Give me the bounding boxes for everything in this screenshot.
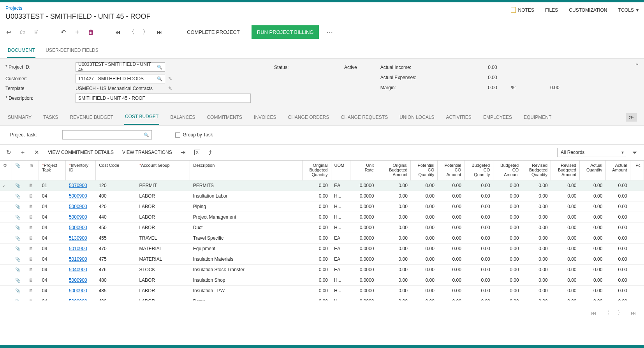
- cell-act-amt[interactable]: 0.00: [605, 296, 630, 300]
- attach-icon[interactable]: 📎: [15, 299, 21, 301]
- cell-act-amt[interactable]: 0.00: [605, 222, 630, 233]
- col-bud-co-qty[interactable]: Budgeted CO Quantity: [465, 161, 493, 180]
- cell-pot-co-qty[interactable]: 0.00: [411, 275, 438, 285]
- files-button[interactable]: FILES: [545, 7, 558, 13]
- attach-icon[interactable]: 📎: [15, 183, 21, 188]
- run-project-billing-button[interactable]: RUN PROJECT BILLING: [252, 25, 319, 39]
- cell-description[interactable]: Insulation - PW: [190, 285, 302, 296]
- cell-unit-rate[interactable]: 0.0000: [350, 243, 377, 254]
- table-row[interactable]: 📎🗎045000900480LABORInsulation Shop0.00H.…: [0, 275, 644, 285]
- cell-inventory-id[interactable]: 5000900: [66, 285, 96, 296]
- cell-uom[interactable]: H...: [331, 222, 350, 233]
- sub-tab-cost-budget[interactable]: COST BUDGET: [124, 109, 159, 125]
- refresh-icon[interactable]: ↻: [6, 149, 11, 156]
- cell-act-amt[interactable]: 0.00: [605, 180, 630, 191]
- cell-project-task[interactable]: 04: [39, 296, 66, 300]
- cell-orig-qty[interactable]: 0.00: [302, 243, 331, 254]
- cell-act-qty[interactable]: 0.00: [580, 233, 606, 243]
- cell-bud-co-qty[interactable]: 0.00: [465, 212, 493, 222]
- cell-act-amt[interactable]: 0.00: [605, 285, 630, 296]
- cell-unit-rate[interactable]: 0.0000: [350, 212, 377, 222]
- cell-pot-co-qty[interactable]: 0.00: [411, 254, 438, 264]
- customization-button[interactable]: CUSTOMIZATION: [569, 7, 607, 13]
- cell-inventory-id[interactable]: 5010900: [66, 243, 96, 254]
- cell-orig-qty[interactable]: 0.00: [302, 233, 331, 243]
- cell-cost-code[interactable]: 440: [96, 212, 136, 222]
- cell-pct[interactable]: [630, 264, 644, 275]
- cell-pot-co-amt[interactable]: 0.00: [438, 222, 465, 233]
- cell-account-group[interactable]: LABOR: [136, 285, 190, 296]
- cell-bud-co-amt[interactable]: 0.00: [493, 191, 522, 201]
- cell-cost-code[interactable]: 450: [96, 222, 136, 233]
- cost-budget-grid[interactable]: ⚙ 📎 🗎 *Project Task *Inventory ID Cost C…: [0, 161, 644, 300]
- cell-uom[interactable]: H...: [331, 275, 350, 285]
- sub-tab-commitments[interactable]: COMMITMENTS: [206, 110, 243, 125]
- attach-icon[interactable]: 📎: [15, 288, 21, 293]
- cell-act-qty[interactable]: 0.00: [580, 285, 606, 296]
- search-icon[interactable]: 🔍: [144, 132, 149, 138]
- table-row[interactable]: 📎🗎045130900455TRAVELTravel Specific0.00E…: [0, 233, 644, 243]
- cell-bud-co-amt[interactable]: 0.00: [493, 233, 522, 243]
- filter-icon[interactable]: ⏷: [632, 149, 638, 156]
- cell-orig-qty[interactable]: 0.00: [302, 275, 331, 285]
- attach-icon[interactable]: 📎: [15, 257, 21, 261]
- cell-pct[interactable]: [630, 285, 644, 296]
- cell-pot-co-amt[interactable]: 0.00: [438, 285, 465, 296]
- cell-inventory-id[interactable]: 5000900: [66, 296, 96, 300]
- cell-orig-amt[interactable]: 0.00: [377, 212, 410, 222]
- cell-pot-co-amt[interactable]: 0.00: [438, 180, 465, 191]
- col-pot-co-amt[interactable]: Potential CO Amount: [438, 161, 465, 180]
- col-uom[interactable]: UOM: [331, 161, 350, 180]
- cell-rev-amt[interactable]: 0.00: [551, 275, 580, 285]
- cell-cost-code[interactable]: 480: [96, 275, 136, 285]
- cell-rev-qty[interactable]: 0.00: [522, 201, 551, 212]
- cell-orig-amt[interactable]: 0.00: [377, 254, 410, 264]
- cell-orig-qty[interactable]: 0.00: [302, 201, 331, 212]
- cell-cost-code[interactable]: 490: [96, 296, 136, 300]
- cell-pct[interactable]: [630, 191, 644, 201]
- table-row[interactable]: 📎🗎045010900470MATERIALEquipment0.00EA0.0…: [0, 243, 644, 254]
- grid-horizontal-scrollbar[interactable]: [0, 300, 644, 307]
- view-commitment-details-button[interactable]: VIEW COMMITMENT DETAILS: [48, 150, 114, 155]
- cell-act-qty[interactable]: 0.00: [580, 243, 606, 254]
- doc-icon[interactable]: 🗎: [29, 214, 33, 220]
- cell-unit-rate[interactable]: 0.0000: [350, 264, 377, 275]
- group-by-task-checkbox[interactable]: [175, 132, 180, 138]
- cell-rev-qty[interactable]: 0.00: [522, 254, 551, 264]
- cell-orig-amt[interactable]: 0.00: [377, 222, 410, 233]
- cell-rev-qty[interactable]: 0.00: [522, 180, 551, 191]
- doc-icon[interactable]: 🗎: [29, 267, 33, 272]
- page-last-icon[interactable]: ⏭: [631, 310, 636, 316]
- sub-tab-activities[interactable]: ACTIVITIES: [445, 110, 472, 125]
- cell-rev-qty[interactable]: 0.00: [522, 212, 551, 222]
- cell-description[interactable]: Duct: [190, 222, 302, 233]
- col-act-amt[interactable]: Actual Amount: [605, 161, 630, 180]
- cell-uom[interactable]: EA: [331, 254, 350, 264]
- cell-orig-qty[interactable]: 0.00: [302, 254, 331, 264]
- table-row[interactable]: 📎🗎045010900475MATERIALInsulation Materia…: [0, 254, 644, 264]
- col-unit-rate[interactable]: Unit Rate: [350, 161, 377, 180]
- col-pct[interactable]: Pc: [630, 161, 644, 180]
- col-description[interactable]: Description: [190, 161, 302, 180]
- table-row[interactable]: ›📎🗎015070900120PERMITPERMITS0.00EA0.0000…: [0, 180, 644, 191]
- cell-orig-qty[interactable]: 0.00: [302, 212, 331, 222]
- cell-pct[interactable]: [630, 222, 644, 233]
- cell-uom[interactable]: H...: [331, 191, 350, 201]
- cell-inventory-id[interactable]: 5000900: [66, 222, 96, 233]
- cell-cost-code[interactable]: 485: [96, 285, 136, 296]
- col-account-group[interactable]: *Account Group: [136, 161, 190, 180]
- cell-bud-co-amt[interactable]: 0.00: [493, 264, 522, 275]
- col-orig-qty[interactable]: Original Budgeted Quantity: [302, 161, 331, 180]
- sub-tab-union-locals[interactable]: UNION LOCALS: [399, 110, 435, 125]
- doc-icon[interactable]: 🗎: [29, 277, 33, 283]
- cell-act-amt[interactable]: 0.00: [605, 191, 630, 201]
- cell-inventory-id[interactable]: 5000900: [66, 191, 96, 201]
- sub-tab-equipment[interactable]: EQUIPMENT: [523, 110, 552, 125]
- project-task-filter[interactable]: 🔍: [62, 130, 152, 140]
- cell-bud-co-amt[interactable]: 0.00: [493, 222, 522, 233]
- cell-inventory-id[interactable]: 5000900: [66, 212, 96, 222]
- cell-uom[interactable]: EA: [331, 180, 350, 191]
- cell-bud-co-qty[interactable]: 0.00: [465, 222, 493, 233]
- col-attach[interactable]: 📎: [12, 161, 26, 180]
- cell-project-task[interactable]: 04: [39, 275, 66, 285]
